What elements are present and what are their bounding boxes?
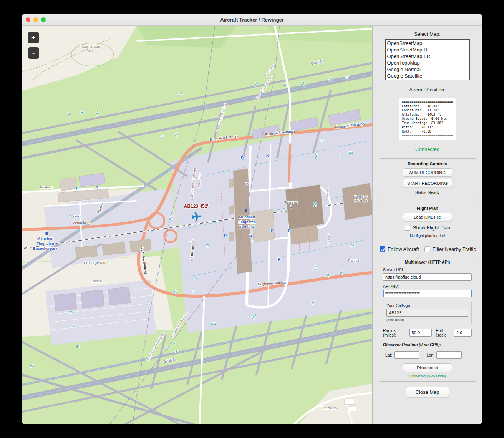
map-zoom-controls: + - xyxy=(28,32,39,59)
map-label: 2 Satellit xyxy=(354,199,368,203)
map-label: W2 xyxy=(314,154,318,159)
close-window-button[interactable] xyxy=(26,17,30,22)
parking-icon: P xyxy=(76,186,78,191)
map-option-item[interactable]: OpenStreetMap FR xyxy=(386,53,469,60)
map-label: C5 xyxy=(194,277,199,281)
map-option-item[interactable]: Google Satellite xyxy=(386,73,469,79)
observer-position-label: Observer Position (if no GPS): xyxy=(383,342,472,347)
recording-controls-title: Recording Controls xyxy=(383,161,472,166)
disconnect-button[interactable]: Disconnect xyxy=(403,363,452,372)
filter-traffic-label: Filter Nearby Traffic xyxy=(433,246,476,252)
map-canvas[interactable]: AussichtshügelNordFreisingOberding (VGem… xyxy=(22,26,373,424)
server-url-input[interactable] xyxy=(383,273,472,281)
parking-icon: P xyxy=(95,186,98,190)
map-label: Zentralallee xyxy=(73,221,91,225)
parking-icon: P xyxy=(266,154,269,159)
map-label: Aussichtshügel xyxy=(80,45,100,48)
map-label: Ramp2 xyxy=(348,259,360,262)
map-label: Flughafen xyxy=(239,220,256,224)
map-label: E2 xyxy=(320,138,324,142)
radius-label: Radius (miles): xyxy=(383,328,408,337)
map-label: W1 xyxy=(169,216,172,221)
aircraft-position-label: Aircraft Position: xyxy=(379,87,476,93)
map-option-item[interactable]: OpenTopoMap xyxy=(386,60,469,66)
sidebar: Select Map: OpenStreetMap OpenStreetMap … xyxy=(373,26,482,424)
map-option-item[interactable]: OpenStreetMap DE xyxy=(386,46,469,53)
multiplayer-group: Multiplayer (HTTP API) Server URL: API K… xyxy=(379,257,476,382)
map-label: München xyxy=(239,215,255,219)
station-icon xyxy=(245,209,247,212)
flight-plan-status: No flight plan loaded xyxy=(383,234,472,238)
follow-aircraft-checkbox[interactable] xyxy=(380,246,385,252)
map-label: D3 xyxy=(350,244,355,247)
start-recording-button[interactable]: START RECORDING xyxy=(403,179,452,187)
lat-input[interactable] xyxy=(394,351,419,359)
map-label: München xyxy=(37,236,53,241)
fullscreen-window-button[interactable] xyxy=(41,17,46,22)
parking-icon: P xyxy=(278,257,280,262)
filter-traffic-checkbox[interactable] xyxy=(424,246,430,252)
callsign-input[interactable] xyxy=(386,309,468,317)
callsign-label: Your Callsign: xyxy=(386,303,468,308)
map-select-list[interactable]: OpenStreetMap OpenStreetMap DE OpenStree… xyxy=(385,39,470,80)
select-map-label: Select Map: xyxy=(379,31,476,37)
arm-recording-button[interactable]: ARM RECORDING xyxy=(403,168,452,177)
parking-icon: P xyxy=(245,182,248,186)
map-svg: AussichtshügelNordFreisingOberding (VGem… xyxy=(22,26,372,424)
aircraft-position-readout: ========================== Latitude: 48.… xyxy=(399,98,456,140)
flight-plan-title: Flight Plan xyxy=(383,206,472,211)
map-label: D5 xyxy=(313,265,317,270)
map-option-item[interactable]: Google Normal xyxy=(386,66,469,73)
show-flight-plan-checkbox[interactable] xyxy=(405,225,410,231)
window-title: Aircraft Tracker / Rewinger xyxy=(22,17,482,23)
minimize-window-button[interactable] xyxy=(33,17,38,22)
radius-input[interactable] xyxy=(410,329,432,337)
map-label: E1 xyxy=(206,244,209,248)
traffic-lights xyxy=(26,17,46,22)
recording-status: Status: Ready xyxy=(383,191,472,195)
map-label: Frachtgebäude xyxy=(84,260,110,265)
map-label: B11 xyxy=(211,322,216,325)
map-label: Südallee xyxy=(70,214,82,218)
lon-label: Lon: xyxy=(427,353,434,357)
show-flight-plan-label: Show Flight Plan xyxy=(413,225,451,231)
map-label: T xyxy=(174,341,176,345)
map-label: Nord xyxy=(86,49,93,53)
parking-icon: P xyxy=(249,234,252,239)
flight-plan-group: Flight Plan Load KML File Show Flight Pl… xyxy=(379,203,476,241)
map-label: W2 xyxy=(313,202,317,207)
lon-input[interactable] xyxy=(436,351,462,359)
multiplayer-status: Connected (GPS Mode) xyxy=(383,374,472,378)
zoom-in-button[interactable]: + xyxy=(28,32,39,43)
map-label: Terminal xyxy=(240,224,255,229)
close-map-button[interactable]: Close Map xyxy=(406,387,449,397)
map-label: D6 xyxy=(339,153,343,157)
lat-label: Lat: xyxy=(385,353,392,357)
api-key-input[interactable] xyxy=(383,290,472,297)
poll-input[interactable] xyxy=(454,329,472,337)
map-label: Nordallee xyxy=(40,186,54,189)
map-label: Terminal xyxy=(354,195,367,199)
multiplayer-title: Multiplayer (HTTP API) xyxy=(383,260,472,264)
connection-status: Connected xyxy=(379,146,476,152)
map-label: Ramp1 xyxy=(91,279,103,283)
map-label: C4 xyxy=(188,241,192,244)
map-option-item[interactable]: OpenStreetMap xyxy=(386,40,469,46)
parking-icon: P xyxy=(224,233,227,238)
poll-label: Poll (sec): xyxy=(436,328,452,337)
zoom-out-button[interactable]: - xyxy=(28,47,39,59)
server-url-label: Server URL: xyxy=(383,267,472,272)
map-label: Besucherpark xyxy=(33,246,58,251)
parking-icon: P xyxy=(271,228,274,233)
api-key-label: API Key: xyxy=(383,284,472,289)
map-label: S3 xyxy=(69,310,73,314)
load-kml-button[interactable]: Load KML File xyxy=(403,213,452,221)
window-titlebar[interactable]: Aircraft Tracker / Rewinger xyxy=(22,14,482,26)
map-label: Terminal xyxy=(284,201,297,204)
map-label: 2 xyxy=(290,205,292,209)
aircraft-callsign-label: AB123 452' xyxy=(184,204,209,209)
recording-controls-group: Recording Controls ARM RECORDING START R… xyxy=(379,158,476,198)
app-window: Aircraft Tracker / Rewinger xyxy=(22,14,482,424)
follow-aircraft-label: Follow Aircraft xyxy=(388,246,419,252)
callsign-source-note: (from server) xyxy=(386,318,468,322)
